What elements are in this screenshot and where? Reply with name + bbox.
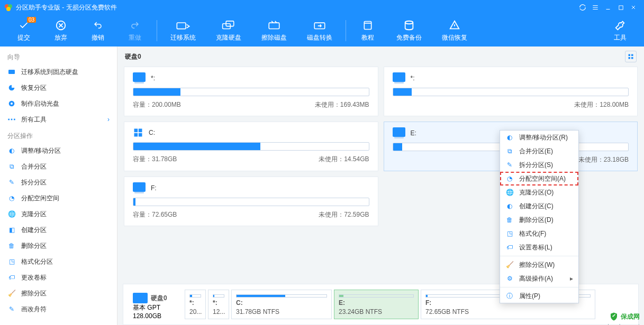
op-icon: ⧉ [7,162,16,171]
backup-button[interactable]: 免费备份 [386,15,432,47]
drive-icon [393,127,405,138]
partition-card[interactable]: F: 容量：72.65GB未使用：72.59GB [124,177,378,226]
sidebar-op-item[interactable]: ◳格式化分区 [0,254,117,270]
menu-button[interactable] [589,1,602,14]
minimize-button[interactable] [602,1,614,14]
tools-button[interactable]: 工具 [602,15,639,47]
capacity-label: 容量：72.65GB [133,210,177,219]
context-menu-item[interactable]: ⚙高级操作(A)▸ [500,272,578,285]
capacity-label: 容量：31.78GB [133,155,177,164]
partition-name: E: [411,129,416,137]
svg-point-2 [6,7,11,11]
app-logo-icon [4,3,13,12]
sidebar-wizard-item[interactable]: 所有工具› [0,112,117,127]
disk-map-segment[interactable]: E: 23.24GB NTFS [334,290,419,319]
free-label: 未使用：23.18GB [578,155,629,164]
commit-button[interactable]: 03 提交 [5,15,42,47]
context-menu-item[interactable]: 🧹擦除分区(W) [500,258,578,272]
disk-map-segment[interactable]: *: 20... [185,290,206,319]
wipe-icon [267,20,282,31]
drive-icon [133,72,146,83]
context-menu-item[interactable]: ◔分配空闲空间(A) [500,172,578,185]
context-menu-item[interactable]: ◳格式化(F) [500,227,578,240]
main-panel: 硬盘0 *: 容量：200.00MB未使用：169.43MB *: 未使用：12… [117,47,644,325]
maximize-button[interactable] [614,1,627,14]
info-icon: ⓘ [505,292,514,300]
context-menu-item[interactable]: 🌐克隆分区(O) [500,185,578,199]
segment-bar [189,294,201,298]
context-menu-item[interactable]: 🏷设置卷标(L) [500,240,578,254]
op-icon: 🌐 [7,210,16,218]
context-menu-item[interactable]: 🗑删除分区(D) [500,213,578,227]
clone-disk-button[interactable]: 克隆硬盘 [206,15,251,47]
sidebar-op-item[interactable]: 🌐克隆分区 [0,206,117,222]
drive-icon [133,127,143,138]
op-icon: ◳ [7,257,16,266]
undo-button[interactable]: 撤销 [79,15,116,47]
convert-disk-button[interactable]: 磁盘转换 [297,15,342,47]
tutorial-button[interactable]: 教程 [349,15,386,47]
sidebar-op-item[interactable]: ◐调整/移动分区 [0,143,117,159]
svg-rect-3 [619,5,622,9]
resize-icon: ◐ [505,133,514,142]
partition-card[interactable]: C: 容量：31.78GB未使用：14.54GB [124,122,378,171]
wizard-icon [7,68,16,76]
wizard-icon [7,83,16,92]
disk-map-segment[interactable]: C: 31.78GB NTFS [231,290,332,319]
close-button[interactable] [627,1,640,14]
view-toggle-button[interactable] [625,51,637,62]
context-menu-item[interactable]: ✎拆分分区(S) [500,158,578,172]
wizard-icon [7,115,16,124]
segment-name: C: [236,299,327,307]
context-menu-item[interactable]: ⧉合并分区(E) [500,144,578,158]
sidebar-op-item[interactable]: 🧹擦除分区 [0,285,117,301]
commit-badge: 03 [27,17,36,23]
segment-label: 20... [189,308,201,315]
convert-icon [312,20,327,31]
redo-button[interactable]: 重做 [116,15,153,47]
context-menu-item[interactable]: ◐创建分区(C) [500,199,578,213]
segment-name: *: [213,299,224,307]
menu-separator [500,287,578,287]
free-label: 未使用：128.00MB [574,100,629,109]
svg-rect-19 [631,54,633,57]
refresh-button[interactable] [576,1,589,14]
sidebar-wizard-item[interactable]: 制作启动光盘 [0,96,117,112]
disk-icon [133,293,148,303]
segment-label: 12... [213,308,224,315]
commit-label: 提交 [17,33,30,42]
drive-icon [393,72,405,83]
recover-icon [447,20,462,31]
partition-card[interactable]: *: 未使用：128.00MB [384,67,638,116]
sidebar-op-item[interactable]: 🗑删除分区 [0,238,117,254]
label-icon: 🏷 [505,243,514,252]
usage-bar [133,198,369,206]
partition-card[interactable]: *: 容量：200.00MB未使用：169.43MB [124,67,378,116]
sidebar-op-item[interactable]: ✎画改舟符 [0,301,117,317]
svg-rect-22 [134,129,138,133]
backup-icon [402,20,416,31]
separator [346,20,346,41]
sidebar-wizard-item[interactable]: 恢复分区 [0,80,117,96]
sidebar-op-item[interactable]: 🏷更改卷标 [0,270,117,285]
sidebar-op-item[interactable]: ⧉合并分区 [0,159,117,174]
op-icon: 🗑 [7,242,16,250]
sidebar-op-item[interactable]: ✎拆分分区 [0,174,117,190]
svg-rect-5 [177,23,186,29]
segment-name: E: [339,299,414,307]
wechat-recover-button[interactable]: 微信恢复 [432,15,477,47]
sidebar-op-item[interactable]: ◔分配空闲空间 [0,190,117,206]
split-icon: ✎ [505,161,514,169]
context-menu-item[interactable]: ⓘ属性(P) [500,289,578,303]
context-menu-item[interactable]: ◐调整/移动分区(R) [500,131,578,144]
discard-button[interactable]: 放弃 [42,15,79,47]
disk-map-segment[interactable]: *: 12... [208,290,229,319]
op-icon: ✎ [7,305,16,313]
toolbar: 03 提交 放弃 撤销 重做 迁移系统 克隆硬盘 擦除磁盘 磁盘转换 教程 免费… [0,15,644,47]
sidebar-op-item[interactable]: ◧创建分区 [0,222,117,238]
redo-icon [128,20,142,31]
migrate-os-button[interactable]: 迁移系统 [160,15,206,47]
sidebar-wizard-item[interactable]: 迁移系统到固态硬盘 [0,64,117,80]
wipe-disk-button[interactable]: 擦除磁盘 [251,15,297,47]
wrench-icon [613,20,628,31]
